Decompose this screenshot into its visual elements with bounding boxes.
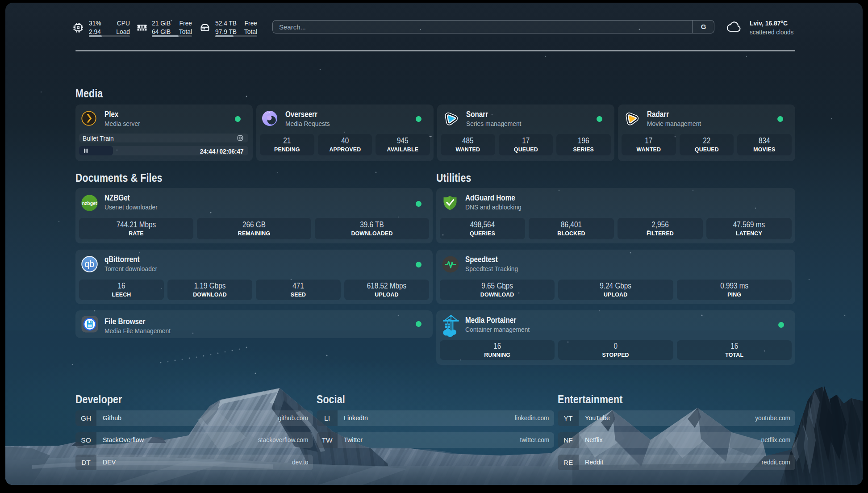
- svg-text:qb: qb: [84, 259, 94, 269]
- svg-text:nzbget: nzbget: [82, 201, 97, 206]
